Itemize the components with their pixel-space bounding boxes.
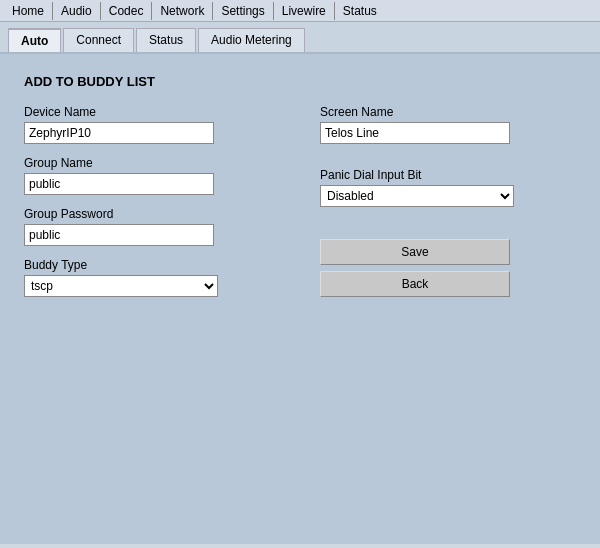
panic-dial-select[interactable]: Disabled Enabled [320, 185, 514, 207]
screen-name-input[interactable] [320, 122, 510, 144]
form-grid: Device Name Group Name Group Password Bu… [24, 105, 576, 309]
panic-dial-group: Panic Dial Input Bit Disabled Enabled [320, 168, 576, 207]
nav-codec[interactable]: Codec [101, 2, 153, 20]
group-password-group: Group Password [24, 207, 280, 246]
nav-bar: Home Audio Codec Network Settings Livewi… [0, 0, 600, 22]
panic-dial-label: Panic Dial Input Bit [320, 168, 576, 182]
nav-settings[interactable]: Settings [213, 2, 273, 20]
nav-audio[interactable]: Audio [53, 2, 101, 20]
buddy-type-label: Buddy Type [24, 258, 280, 272]
tab-audio-metering[interactable]: Audio Metering [198, 28, 305, 52]
tab-row: Auto Connect Status Audio Metering [0, 22, 600, 54]
group-name-label: Group Name [24, 156, 280, 170]
screen-name-group: Screen Name [320, 105, 576, 144]
group-name-input[interactable] [24, 173, 214, 195]
button-group: Save Back [320, 239, 576, 297]
nav-home[interactable]: Home [4, 2, 53, 20]
tab-auto[interactable]: Auto [8, 28, 61, 52]
device-name-group: Device Name [24, 105, 280, 144]
buddy-type-select[interactable]: tscp isdn pots [24, 275, 218, 297]
section-title: ADD TO BUDDY LIST [24, 74, 576, 89]
device-name-input[interactable] [24, 122, 214, 144]
group-password-label: Group Password [24, 207, 280, 221]
tab-status[interactable]: Status [136, 28, 196, 52]
main-content: ADD TO BUDDY LIST Device Name Group Name… [0, 54, 600, 544]
back-button[interactable]: Back [320, 271, 510, 297]
left-column: Device Name Group Name Group Password Bu… [24, 105, 280, 309]
group-name-group: Group Name [24, 156, 280, 195]
screen-name-label: Screen Name [320, 105, 576, 119]
group-password-input[interactable] [24, 224, 214, 246]
nav-status[interactable]: Status [335, 2, 385, 20]
nav-network[interactable]: Network [152, 2, 213, 20]
buddy-type-group: Buddy Type tscp isdn pots [24, 258, 280, 297]
right-column: Screen Name Panic Dial Input Bit Disable… [320, 105, 576, 309]
nav-livewire[interactable]: Livewire [274, 2, 335, 20]
save-button[interactable]: Save [320, 239, 510, 265]
device-name-label: Device Name [24, 105, 280, 119]
tab-connect[interactable]: Connect [63, 28, 134, 52]
